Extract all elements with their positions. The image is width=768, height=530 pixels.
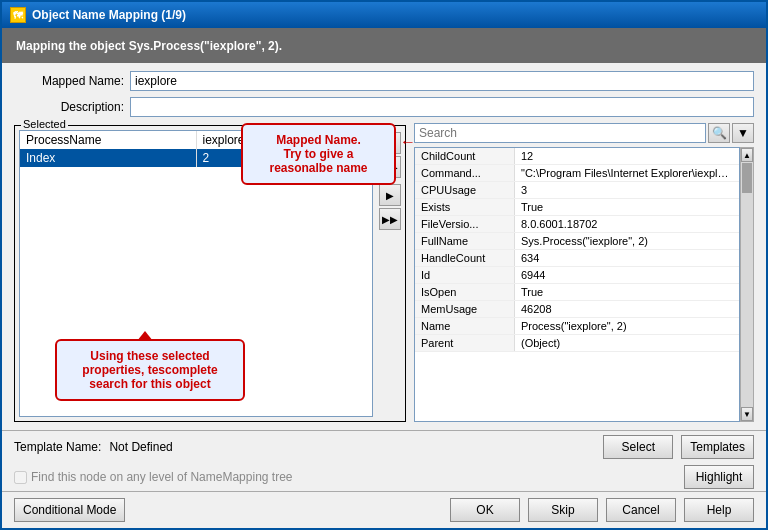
nav-down-btn[interactable]: ▶ (379, 184, 401, 206)
search-dropdown-btn[interactable]: ▼ (732, 123, 754, 143)
callout-arrow: ← (400, 133, 416, 151)
list-item[interactable]: Command..."C:\Program Files\Internet Exp… (415, 165, 739, 182)
props-list-container: ChildCount12 Command..."C:\Program Files… (414, 147, 754, 422)
title-icon: 🗺 (10, 7, 26, 23)
search-button[interactable]: 🔍 (708, 123, 730, 143)
description-row: Description: (14, 97, 754, 117)
nav-bottom-btn[interactable]: ▶▶ (379, 208, 401, 230)
prop-name-index: Index (20, 149, 197, 167)
properties-list[interactable]: ChildCount12 Command..."C:\Program Files… (414, 147, 740, 422)
mapped-name-label: Mapped Name: (14, 74, 124, 88)
content-area: Mapped Name: Description: Selected Proce… (2, 63, 766, 430)
callout-area: Mapped Name.Try to give areasonalbe name… (241, 123, 416, 185)
highlight-row: Find this node on any level of NameMappi… (2, 463, 766, 491)
scroll-down-btn[interactable]: ▼ (741, 407, 753, 421)
list-item[interactable]: NameProcess("iexplore", 2) (415, 318, 739, 335)
list-item[interactable]: CPUUsage3 (415, 182, 739, 199)
scrollbar-thumb[interactable] (742, 163, 752, 193)
ok-button[interactable]: OK (450, 498, 520, 522)
list-item[interactable]: ChildCount12 (415, 148, 739, 165)
bottom-bar: Template Name: Not Defined Select Templa… (2, 430, 766, 463)
window-title: Object Name Mapping (1/9) (32, 8, 186, 22)
list-item[interactable]: IsOpenTrue (415, 284, 739, 301)
template-name-label: Template Name: (14, 440, 101, 454)
scroll-up-btn[interactable]: ▲ (741, 148, 753, 162)
list-item[interactable]: HandleCount634 (415, 250, 739, 267)
select-button[interactable]: Select (603, 435, 673, 459)
footer-bar: Conditional Mode OK Skip Cancel Help (2, 491, 766, 528)
cancel-button[interactable]: Cancel (606, 498, 676, 522)
skip-button[interactable]: Skip (528, 498, 598, 522)
main-window: 🗺 Object Name Mapping (1/9) Mapping the … (0, 0, 768, 530)
description-input[interactable] (130, 97, 754, 117)
search-input[interactable] (414, 123, 706, 143)
list-item[interactable]: ExistsTrue (415, 199, 739, 216)
right-panel: 🔍 ▼ ChildCount12 Command..."C:\Program F… (414, 123, 754, 422)
mapping-header: Mapping the object Sys.Process("iexplore… (2, 28, 766, 63)
mapped-name-input[interactable] (130, 71, 754, 91)
help-button[interactable]: Help (684, 498, 754, 522)
list-item[interactable]: Parent(Object) (415, 335, 739, 352)
list-item[interactable]: FullNameSys.Process("iexplore", 2) (415, 233, 739, 250)
find-node-label: Find this node on any level of NameMappi… (31, 470, 293, 484)
list-item[interactable]: FileVersio...8.0.6001.18702 (415, 216, 739, 233)
mapped-name-row: Mapped Name: (14, 71, 754, 91)
highlight-button[interactable]: Highlight (684, 465, 754, 489)
conditional-mode-button[interactable]: Conditional Mode (14, 498, 125, 522)
template-name-value: Not Defined (109, 440, 172, 454)
scrollbar[interactable]: ▲ ▼ (740, 147, 754, 422)
list-item[interactable]: MemUsage46208 (415, 301, 739, 318)
prop-name-processname: ProcessName (20, 131, 197, 149)
list-item[interactable]: Id6944 (415, 267, 739, 284)
mapped-name-callout: Mapped Name.Try to give areasonalbe name (241, 123, 396, 185)
checkbox-area: Find this node on any level of NameMappi… (14, 465, 676, 489)
description-label: Description: (14, 100, 124, 114)
selected-group-label: Selected (21, 118, 68, 130)
search-row: 🔍 ▼ (414, 123, 754, 143)
title-bar: 🗺 Object Name Mapping (1/9) (2, 2, 766, 28)
find-node-checkbox[interactable] (14, 471, 27, 484)
tooltip-arrow (137, 331, 153, 341)
selected-props-tooltip: Using these selected properties, tescomp… (55, 339, 245, 401)
scrollbar-track (741, 162, 753, 407)
templates-button[interactable]: Templates (681, 435, 754, 459)
